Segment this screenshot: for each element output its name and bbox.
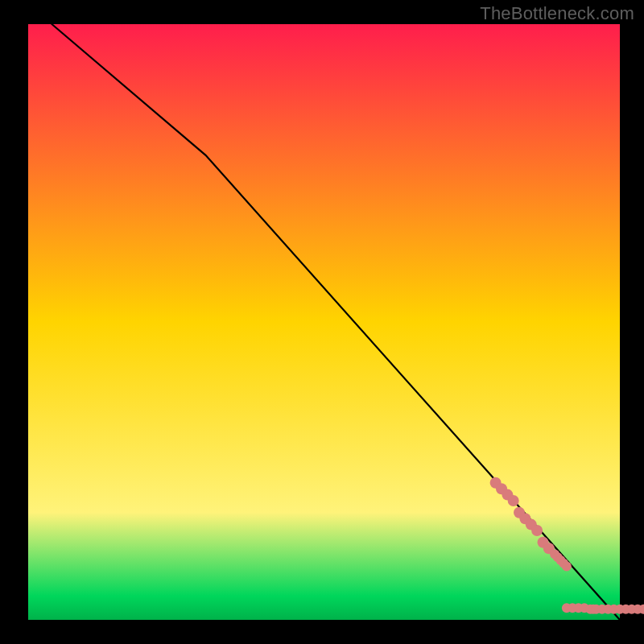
- data-point: [562, 561, 572, 571]
- data-point: [508, 495, 519, 506]
- plot-background: [28, 24, 620, 620]
- attribution-text: TheBottleneck.com: [480, 3, 634, 24]
- chart-svg: [0, 0, 644, 644]
- chart-root: TheBottleneck.com: [0, 0, 644, 644]
- data-point: [531, 525, 543, 536]
- series-bottom-cluster: [562, 603, 644, 614]
